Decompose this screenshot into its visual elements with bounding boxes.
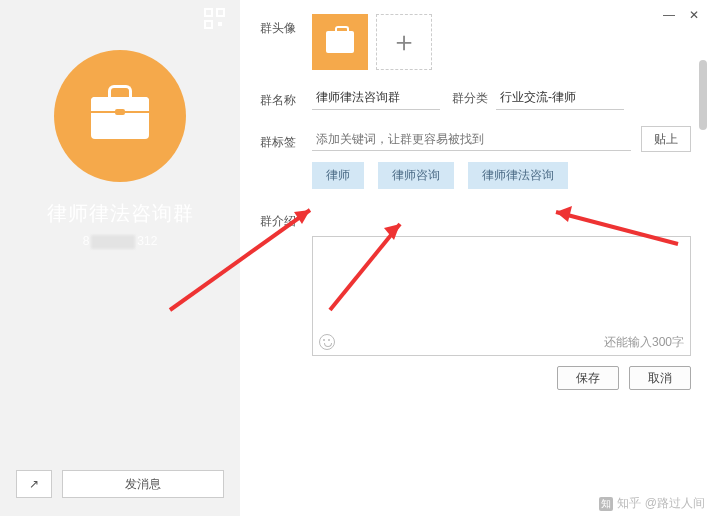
- cancel-button[interactable]: 取消: [629, 366, 691, 390]
- avatar-add-button[interactable]: ＋: [376, 14, 432, 70]
- tag-item[interactable]: 律师律法咨询: [468, 162, 568, 189]
- left-panel: 律师律法咨询群 8312 ↗ 发消息: [0, 0, 240, 516]
- tag-list: 律师 律师咨询 律师律法咨询: [312, 162, 691, 189]
- label-category: 群分类: [452, 86, 496, 107]
- briefcase-icon: [91, 93, 149, 139]
- group-name-display: 律师律法咨询群: [47, 200, 194, 227]
- group-name-input[interactable]: [312, 86, 440, 110]
- briefcase-icon: [326, 31, 354, 53]
- label-intro: 群介绍: [260, 207, 312, 230]
- minimize-button[interactable]: —: [663, 8, 675, 22]
- group-avatar[interactable]: [54, 50, 186, 182]
- close-button[interactable]: ✕: [689, 8, 699, 22]
- avatar-option-selected[interactable]: [312, 14, 368, 70]
- share-icon: ↗: [29, 477, 39, 491]
- tag-item[interactable]: 律师咨询: [378, 162, 454, 189]
- scrollbar[interactable]: [699, 60, 707, 130]
- zhihu-icon: 知: [599, 497, 613, 511]
- label-tag: 群标签: [260, 128, 312, 151]
- right-panel: — ✕ 群头像 ＋ 群名称 群分类 群标签 贴上 律师 律师咨询 律师律法咨询: [240, 0, 711, 516]
- label-avatar: 群头像: [260, 14, 312, 37]
- group-category-input[interactable]: [496, 86, 624, 110]
- paste-button[interactable]: 贴上: [641, 126, 691, 152]
- save-button[interactable]: 保存: [557, 366, 619, 390]
- qr-icon[interactable]: [204, 8, 226, 30]
- send-message-button[interactable]: 发消息: [62, 470, 224, 498]
- emoji-icon[interactable]: [319, 334, 335, 350]
- intro-textarea[interactable]: 还能输入300字: [312, 236, 691, 356]
- group-id: 8312: [83, 233, 158, 249]
- watermark: 知 知乎 @路过人间: [599, 495, 705, 512]
- char-counter: 还能输入300字: [604, 334, 684, 351]
- share-button[interactable]: ↗: [16, 470, 52, 498]
- tag-input[interactable]: [312, 127, 631, 151]
- label-name: 群名称: [260, 86, 312, 109]
- tag-item[interactable]: 律师: [312, 162, 364, 189]
- plus-icon: ＋: [390, 23, 418, 61]
